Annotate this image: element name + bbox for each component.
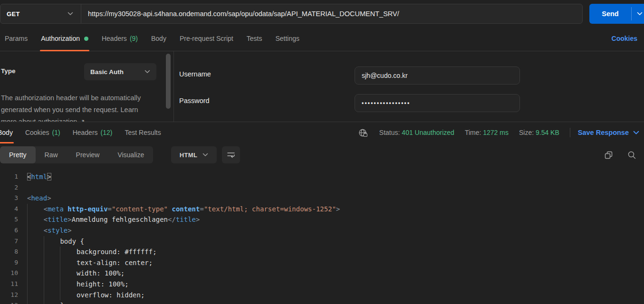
code-line-content: <meta http-equiv="content-type" content=… [27, 204, 340, 215]
status-value: 401 Unauthorized [402, 129, 454, 136]
response-tab-label: Test Results [125, 129, 161, 136]
line-number: 9 [0, 257, 18, 268]
code-line-content: } [27, 300, 64, 304]
method-label: GET [7, 10, 20, 18]
scrollbar-thumb[interactable] [166, 54, 171, 109]
line-number: 4 [0, 204, 18, 215]
request-tab[interactable]: Headers (9) [102, 26, 138, 51]
request-bar: GET Send [0, 0, 644, 26]
view-tab-label: Raw [45, 151, 58, 159]
code-line: 10width: 100%; [0, 268, 644, 279]
auth-type-label: Type [1, 67, 16, 75]
response-actions [604, 146, 636, 163]
auth-help-text: The authorization header will be automat… [1, 92, 163, 122]
code-line-content: <head> [27, 193, 51, 204]
response-tab-label: Body [0, 129, 13, 136]
text-wrap-icon [226, 151, 236, 159]
view-tab-label: Visualize [117, 151, 144, 159]
response-tab[interactable]: Body [0, 122, 13, 143]
code-line-content: <title>Anmeldung fehlgeschlagen</title> [27, 214, 200, 225]
line-number: 8 [0, 247, 18, 257]
username-label: Username [179, 70, 211, 78]
code-line: 2 [0, 182, 644, 193]
line-number: 10 [0, 268, 18, 279]
send-button[interactable]: Send [589, 4, 631, 24]
format-select[interactable]: HTML [171, 146, 217, 163]
send-options-button[interactable] [632, 4, 644, 24]
auth-type-value: Basic Auth [90, 68, 124, 76]
code-line-content: <style> [27, 225, 72, 236]
response-tab[interactable]: Cookies (1) [25, 122, 60, 143]
search-icon[interactable] [627, 151, 636, 160]
view-tab[interactable]: Visualize [108, 146, 153, 163]
view-tab[interactable]: Raw [36, 146, 67, 163]
code-line-content: <html> [27, 171, 51, 182]
code-line: 1<html> [0, 171, 644, 182]
request-tab-label: Headers [102, 35, 127, 42]
request-tab-label: Settings [275, 35, 299, 42]
response-tab-label: Headers [73, 129, 98, 136]
send-split-button: Send [589, 4, 644, 24]
divider [570, 128, 570, 137]
time-value: 1272 ms [483, 129, 509, 136]
wrap-lines-button[interactable] [222, 146, 240, 163]
code-line-content: overflow: hidden; [27, 290, 144, 301]
cookies-link[interactable]: Cookies [612, 35, 637, 42]
method-select[interactable]: GET [0, 4, 81, 23]
chevron-down-icon [202, 153, 208, 157]
code-line: 4<meta http-equiv="content-type" content… [0, 204, 644, 215]
code-line: 12overflow: hidden; [0, 290, 644, 301]
save-response-button[interactable]: Save Response [578, 129, 639, 136]
view-tab-label: Preview [76, 151, 100, 159]
line-number: 6 [0, 225, 18, 236]
code-line: 7body { [0, 236, 644, 247]
code-line-content: body { [27, 236, 84, 247]
password-field[interactable] [355, 94, 520, 112]
request-tabs: Params Authorization Headers (9) Body Pr… [0, 26, 644, 51]
code-line-content: background: #ffffff; [27, 247, 157, 257]
code-line: 3<head> [0, 193, 644, 204]
copy-icon[interactable] [604, 151, 613, 160]
url-group: GET [0, 4, 583, 24]
response-toolbar: Pretty Raw Preview Visualize HTML [0, 143, 644, 167]
response-tab[interactable]: Headers (12) [73, 122, 113, 143]
request-tab[interactable]: Body [151, 26, 166, 51]
request-tab-count: (9) [130, 35, 138, 42]
url-input[interactable] [81, 4, 582, 23]
size-value: 9.54 KB [536, 129, 559, 136]
code-line: 9text-align: center; [0, 257, 644, 268]
request-tab-label: Authorization [41, 35, 80, 42]
chevron-down-icon [637, 12, 643, 16]
request-tab-label: Pre-request Script [180, 35, 233, 42]
code-line: 5<title>Anmeldung fehlgeschlagen</title> [0, 214, 644, 225]
view-tab-label: Pretty [9, 151, 27, 159]
network-globe-lock-icon[interactable] [358, 128, 368, 137]
code-line-content: width: 100%; [27, 268, 125, 279]
line-number: 13 [0, 300, 18, 304]
line-number: 11 [0, 279, 18, 290]
code-line: 6<style> [0, 225, 644, 236]
response-view-switcher: Pretty Raw Preview Visualize [0, 146, 153, 163]
request-tab[interactable]: Authorization [41, 26, 88, 51]
response-tab[interactable]: Test Results [125, 122, 161, 143]
request-tab-label: Body [151, 35, 166, 42]
response-tab-count: (1) [52, 129, 60, 136]
format-value: HTML [180, 152, 197, 159]
response-header: Body Cookies (1) Headers (12) Test Resul… [0, 122, 644, 143]
code-editor[interactable]: 1<html>23<head>4<meta http-equiv="conten… [0, 167, 644, 304]
line-number: 7 [0, 236, 18, 247]
view-tab[interactable]: Preview [67, 146, 109, 163]
response-tab-count: (12) [101, 129, 113, 136]
authorization-panel: Type Basic Auth The authorization header… [0, 51, 644, 122]
request-tab[interactable]: Tests [247, 26, 262, 51]
view-tab[interactable]: Pretty [0, 146, 36, 163]
code-line: 11height: 100%; [0, 279, 644, 290]
request-tab[interactable]: Settings [275, 26, 299, 51]
auth-type-select[interactable]: Basic Auth [84, 63, 156, 80]
auth-help-line: more about authorization ↗ [1, 116, 163, 122]
code-line-content: height: 100%; [27, 279, 129, 290]
request-tab[interactable]: Pre-request Script [180, 26, 233, 51]
line-number: 3 [0, 193, 18, 204]
request-tab[interactable]: Params [5, 26, 28, 51]
username-field[interactable] [355, 66, 520, 85]
